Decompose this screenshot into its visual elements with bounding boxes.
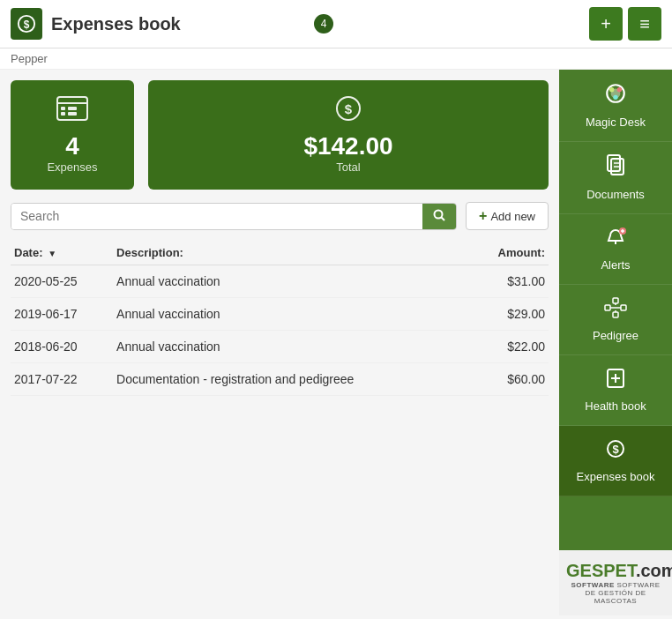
add-new-button[interactable]: + Add new	[466, 202, 549, 230]
svg-text:$: $	[24, 19, 30, 31]
cell-date: 2020-05-25	[11, 265, 113, 298]
svg-point-10	[435, 210, 443, 218]
cell-date: 2019-06-17	[11, 298, 113, 331]
svg-text:$: $	[345, 101, 353, 116]
plus-icon: +	[479, 208, 487, 224]
sort-arrow: ▼	[48, 249, 56, 258]
menu-button[interactable]: ≡	[628, 7, 661, 41]
main-layout: 4 Expenses $ $142.00 Total	[0, 70, 672, 615]
svg-rect-28	[613, 312, 618, 317]
cell-date: 2017-07-22	[11, 363, 113, 396]
svg-rect-6	[68, 107, 77, 110]
expense-table: Date: ▼ Description: Amount: 2020-05-25 …	[11, 241, 549, 396]
total-value: $142.00	[303, 132, 392, 160]
sidebar-item-pedigree[interactable]: Pedigree	[559, 285, 672, 355]
svg-text:$: $	[612, 443, 619, 456]
cell-date: 2018-06-20	[11, 331, 113, 363]
total-card-icon: $	[332, 96, 364, 127]
svg-point-15	[617, 87, 622, 92]
count-card-icon	[56, 96, 88, 127]
sidebar-item-label: Expenses book	[577, 470, 655, 483]
search-input-wrap	[11, 203, 457, 230]
cell-description: Annual vaccination	[113, 331, 469, 363]
table-row[interactable]: 2017-07-22 Documentation - registration …	[11, 363, 549, 396]
sidebar-item-label: Alerts	[601, 258, 630, 272]
count-card: 4 Expenses	[11, 80, 134, 190]
search-button[interactable]	[422, 204, 456, 229]
documents-icon	[606, 154, 625, 183]
sidebar: Magic Desk Documents Alerts Pedigree Hea…	[559, 70, 672, 615]
svg-rect-27	[613, 298, 618, 303]
count-value: 4	[65, 132, 79, 160]
add-new-label: Add new	[490, 210, 535, 223]
cell-description: Annual vaccination	[113, 265, 469, 298]
header-icon: $	[11, 8, 42, 40]
svg-rect-4	[61, 107, 65, 110]
header-buttons: + ≡	[589, 7, 661, 41]
svg-rect-26	[605, 305, 610, 310]
cell-amount: $22.00	[469, 331, 549, 363]
sidebar-item-label: Documents	[586, 188, 645, 201]
search-input[interactable]	[11, 204, 422, 229]
col-date[interactable]: Date: ▼	[11, 241, 113, 265]
sidebar-item-health-book[interactable]: Health book	[559, 355, 672, 426]
pet-name: Pepper	[11, 52, 48, 65]
stats-row: 4 Expenses $ $142.00 Total	[11, 80, 549, 190]
table-row[interactable]: 2020-05-25 Annual vaccination $31.00	[11, 265, 549, 298]
col-amount[interactable]: Amount:	[469, 241, 549, 265]
magic-desk-icon	[604, 82, 627, 110]
table-row[interactable]: 2018-06-20 Annual vaccination $22.00	[11, 331, 549, 363]
expenses-count-badge: 4	[314, 14, 333, 34]
total-card: $ $142.00 Total	[148, 80, 549, 190]
sidebar-item-expenses-book[interactable]: $ Expenses book	[559, 426, 672, 496]
svg-point-14	[609, 87, 614, 92]
sidebar-item-label: Magic Desk	[586, 116, 646, 129]
count-label: Expenses	[47, 160, 97, 174]
sidebar-logo: GESPET.com SOFTWARE SOFTWARE DE GESTIÓN …	[559, 550, 672, 615]
svg-point-16	[613, 95, 617, 100]
logo-brand: GESPET.com	[566, 561, 665, 581]
table-row[interactable]: 2019-06-17 Annual vaccination $29.00	[11, 298, 549, 331]
total-label: Total	[336, 160, 360, 174]
svg-line-11	[442, 217, 445, 220]
svg-rect-29	[621, 305, 626, 310]
sidebar-item-documents[interactable]: Documents	[559, 142, 672, 214]
sidebar-item-label: Health book	[585, 399, 646, 413]
content-area: 4 Expenses $ $142.00 Total	[0, 70, 559, 615]
search-row: + Add new	[11, 202, 549, 230]
svg-rect-7	[68, 112, 77, 116]
svg-rect-5	[61, 112, 65, 116]
logo-subtitle: SOFTWARE SOFTWARE DE GESTIÓN DE MASCOTAS	[566, 581, 665, 605]
page-title: Expenses book	[51, 14, 307, 34]
health-book-icon	[605, 368, 626, 394]
cell-amount: $31.00	[469, 265, 549, 298]
sidebar-item-alerts[interactable]: Alerts	[559, 214, 672, 285]
sidebar-item-magic-desk[interactable]: Magic Desk	[559, 70, 672, 142]
add-button[interactable]: +	[589, 7, 623, 41]
cell-amount: $60.00	[469, 363, 549, 396]
app-header: $ Expenses book 4 + ≡	[0, 0, 672, 48]
cell-description: Annual vaccination	[113, 298, 469, 331]
sidebar-item-label: Pedigree	[593, 329, 638, 342]
expenses-book-icon: $	[605, 438, 626, 465]
pedigree-icon	[604, 297, 627, 324]
sub-header: Pepper	[0, 48, 672, 70]
cell-description: Documentation - registration and pedigre…	[113, 363, 469, 396]
alerts-icon	[605, 227, 626, 253]
col-description[interactable]: Description:	[113, 241, 469, 265]
cell-amount: $29.00	[469, 298, 549, 331]
